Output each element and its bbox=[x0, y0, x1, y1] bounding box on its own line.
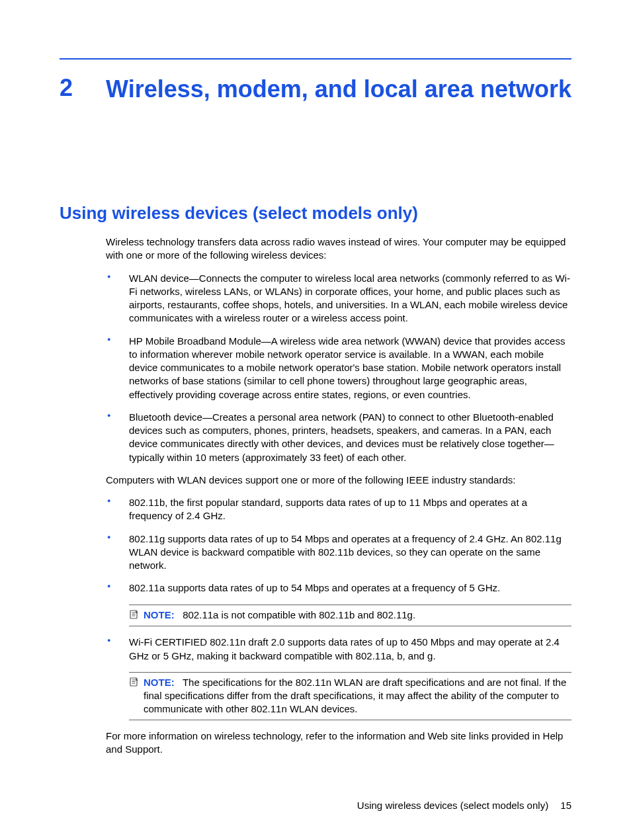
closing-paragraph: For more information on wireless technol… bbox=[106, 730, 571, 757]
chapter-number: 2 bbox=[60, 74, 106, 102]
note-body: The specifications for the 802.11n WLAN … bbox=[144, 677, 566, 715]
note-block: NOTE: The specifications for the 802.11n… bbox=[129, 672, 571, 720]
note-text: NOTE: 802.11a is not compatible with 802… bbox=[144, 609, 571, 622]
note-body: 802.11a is not compatible with 802.11b a… bbox=[183, 609, 415, 620]
note-icon bbox=[129, 676, 144, 691]
list-item: 802.11g supports data rates of up to 54 … bbox=[106, 532, 571, 573]
list-item: WLAN device—Connects the computer to wir… bbox=[106, 272, 571, 325]
footer-section-title: Using wireless devices (select models on… bbox=[357, 800, 548, 811]
note-label: NOTE: bbox=[144, 609, 175, 620]
section-heading: Using wireless devices (select models on… bbox=[60, 203, 571, 224]
chapter-title: Wireless, modem, and local area network bbox=[106, 74, 571, 104]
device-list: WLAN device—Connects the computer to wir… bbox=[106, 272, 571, 464]
note-text: NOTE: The specifications for the 802.11n… bbox=[144, 676, 571, 716]
chapter-heading: 2 Wireless, modem, and local area networ… bbox=[60, 74, 571, 104]
list-item: 802.11b, the first popular standard, sup… bbox=[106, 496, 571, 523]
list-item: 802.11a supports data rates of up to 54 … bbox=[106, 581, 571, 595]
standards-list-a: 802.11b, the first popular standard, sup… bbox=[106, 496, 571, 595]
list-item: HP Mobile Broadband Module—A wireless wi… bbox=[106, 335, 571, 401]
intro-paragraph: Wireless technology transfers data acros… bbox=[106, 235, 571, 263]
note-label: NOTE: bbox=[144, 677, 175, 688]
note-icon bbox=[129, 609, 144, 623]
standards-intro: Computers with WLAN devices support one … bbox=[106, 474, 571, 487]
list-item: Bluetooth device—Creates a personal area… bbox=[106, 411, 571, 464]
page-footer: Using wireless devices (select models on… bbox=[357, 800, 571, 811]
standards-list-b: Wi-Fi CERTIFIED 802.11n draft 2.0 suppor… bbox=[106, 636, 571, 663]
top-rule bbox=[60, 58, 571, 60]
list-item: Wi-Fi CERTIFIED 802.11n draft 2.0 suppor… bbox=[106, 636, 571, 663]
page-number: 15 bbox=[560, 800, 571, 811]
note-block: NOTE: 802.11a is not compatible with 802… bbox=[129, 605, 571, 627]
